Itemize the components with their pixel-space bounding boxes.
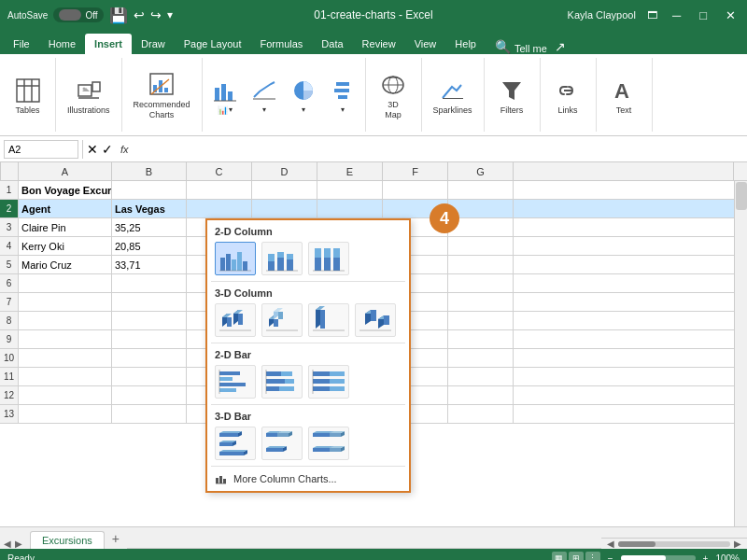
close-btn[interactable]: ✕ (722, 8, 740, 22)
pie-chart-button[interactable]: ▾ (285, 74, 322, 116)
zoom-out-btn[interactable]: − (608, 553, 613, 561)
ribbon-display-icon[interactable]: 🗖 (647, 9, 657, 21)
bar-chart-button[interactable]: ▾ (324, 74, 361, 116)
cell-a7[interactable] (19, 293, 112, 311)
confirm-formula-btn[interactable]: ✓ (102, 142, 113, 157)
fx-button[interactable]: fx (117, 144, 133, 155)
cell-g6[interactable] (448, 274, 514, 292)
clustered-column-btn[interactable] (215, 242, 256, 275)
customize-icon[interactable]: ▾ (167, 8, 173, 21)
3d-clustered-column-btn[interactable] (215, 303, 256, 337)
cell-g10[interactable] (448, 349, 514, 367)
tab-view[interactable]: View (405, 34, 446, 54)
cell-a11[interactable] (19, 368, 112, 385)
cell-b9[interactable] (112, 330, 187, 348)
100pct-stacked-bar-btn[interactable] (308, 365, 349, 399)
cell-g5[interactable] (448, 256, 514, 273)
cell-g12[interactable] (448, 386, 514, 404)
zoom-in-btn[interactable]: + (703, 553, 709, 561)
line-chart-button[interactable]: ▾ (246, 74, 283, 116)
links-button[interactable]: Links (549, 74, 586, 117)
maximize-btn[interactable]: □ (696, 8, 711, 22)
scroll-right-sheets[interactable]: ▶ (15, 539, 22, 549)
cell-b4[interactable]: 20,85 (112, 237, 187, 255)
clustered-bar-btn[interactable] (215, 365, 256, 399)
cell-c2[interactable] (187, 200, 252, 217)
tab-insert[interactable]: Insert (85, 34, 132, 54)
recommended-charts-button[interactable]: RecommendedCharts (130, 68, 194, 122)
text-button[interactable]: A Text (605, 74, 642, 117)
threedmap-button[interactable]: 3DMap (374, 68, 412, 122)
new-sheet-button[interactable]: + (105, 528, 127, 549)
col-header-b[interactable]: B (112, 162, 187, 180)
cell-b11[interactable] (112, 368, 187, 385)
sheet-tab-excursions[interactable]: Excursions (30, 531, 105, 549)
3d-column-btn[interactable] (355, 303, 396, 337)
formula-input[interactable] (136, 140, 743, 159)
cell-d1[interactable] (252, 181, 317, 199)
cell-f1[interactable] (383, 181, 448, 199)
normal-view-btn[interactable]: ▦ (552, 552, 567, 560)
3d-100pct-column-btn[interactable] (308, 303, 349, 337)
tab-data[interactable]: Data (312, 34, 352, 54)
tab-formulas[interactable]: Formulas (251, 34, 313, 54)
cell-b2[interactable]: Las Vegas (112, 200, 187, 217)
filters-button[interactable]: Filters (493, 74, 530, 117)
illustrations-button[interactable]: Illustrations (63, 74, 114, 117)
cell-g11[interactable] (448, 368, 514, 385)
cell-a10[interactable] (19, 349, 112, 367)
cell-g7[interactable] (448, 293, 514, 311)
scroll-left-sheets[interactable]: ◀ (4, 539, 11, 549)
cell-a8[interactable] (19, 312, 112, 329)
tab-file[interactable]: File (4, 34, 39, 54)
name-box[interactable] (4, 140, 78, 159)
undo-icon[interactable]: ↩ (134, 7, 145, 22)
cell-c1[interactable] (187, 181, 252, 199)
tab-home[interactable]: Home (39, 34, 85, 54)
3d-stacked-column-btn[interactable] (261, 303, 303, 337)
cell-g4[interactable] (448, 237, 514, 255)
col-header-f[interactable]: F (383, 162, 448, 180)
tables-button[interactable]: Tables (9, 74, 47, 117)
sparklines-button[interactable]: Sparklines (430, 74, 476, 117)
col-header-d[interactable]: D (252, 162, 317, 180)
cell-g9[interactable] (448, 330, 514, 348)
cell-b12[interactable] (112, 386, 187, 404)
page-break-btn[interactable]: ⋮ (585, 552, 600, 560)
cell-a2[interactable]: Agent (19, 200, 112, 217)
cell-b1[interactable] (112, 181, 187, 199)
save-icon[interactable]: 💾 (109, 7, 128, 24)
cell-b5[interactable]: 33,71 (112, 256, 187, 273)
col-header-c[interactable]: C (187, 162, 252, 180)
stacked-bar-btn[interactable] (261, 365, 303, 399)
stacked-column-btn[interactable] (261, 242, 303, 275)
more-column-charts-btn[interactable]: More Column Charts... (207, 467, 409, 491)
tab-help[interactable]: Help (445, 34, 486, 54)
cell-a3[interactable]: Claire Pin (19, 218, 112, 236)
col-header-a[interactable]: A (19, 162, 112, 180)
cell-g8[interactable] (448, 312, 514, 329)
column-dropdown-arrow[interactable]: ▾ (229, 105, 233, 114)
cell-a12[interactable] (19, 386, 112, 404)
cell-b3[interactable]: 35,25 (112, 218, 187, 236)
share-icon[interactable]: ↗ (555, 39, 566, 54)
tab-draw[interactable]: Draw (132, 34, 175, 54)
cell-a9[interactable] (19, 330, 112, 348)
tell-me-label[interactable]: Tell me (514, 43, 547, 54)
tab-page-layout[interactable]: Page Layout (175, 34, 251, 54)
column-chart-button[interactable]: 📊 ▾ (206, 74, 244, 117)
minimize-btn[interactable]: ─ (669, 8, 684, 22)
cell-a5[interactable]: Mario Cruz (19, 256, 112, 273)
redo-icon[interactable]: ↪ (150, 7, 162, 22)
cell-b10[interactable] (112, 349, 187, 367)
cell-b7[interactable] (112, 293, 187, 311)
cell-e1[interactable] (317, 181, 383, 199)
cancel-formula-btn[interactable]: ✕ (87, 142, 98, 157)
col-header-e[interactable]: E (317, 162, 383, 180)
h-scroll-right[interactable]: ▶ (734, 539, 741, 549)
search-icon[interactable]: 🔍 (495, 39, 511, 54)
100pct-stacked-column-btn[interactable] (308, 242, 349, 275)
autosave-toggle[interactable]: Off (53, 7, 103, 22)
page-layout-btn[interactable]: ⊞ (569, 552, 584, 560)
cell-b13[interactable] (112, 405, 187, 423)
